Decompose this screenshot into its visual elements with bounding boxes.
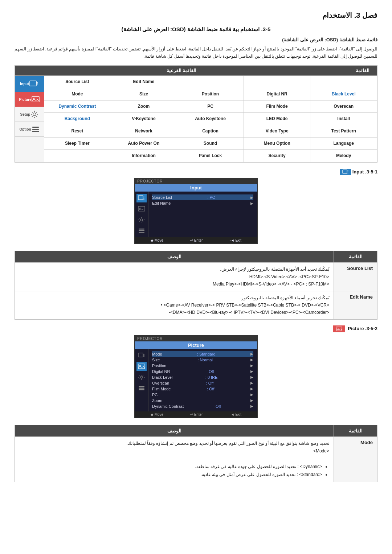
proj-icon-input[interactable] <box>136 194 147 202</box>
grid-cell-language[interactable]: Language <box>310 138 377 150</box>
grid-cell-empty <box>44 150 111 162</box>
svg-rect-0 <box>30 81 36 86</box>
svg-point-20 <box>140 219 143 221</box>
grid-cell-install[interactable]: Install <box>310 113 377 125</box>
svg-rect-23 <box>139 232 144 233</box>
grid-cell[interactable] <box>244 76 311 88</box>
grid-cell-network[interactable]: Network <box>111 125 177 138</box>
svg-rect-10 <box>343 170 347 173</box>
proj-icon-option[interactable] <box>136 226 147 235</box>
picture-desc-table: القائمة الوصف Mode تحديد وضع شاشة يتوافق… <box>15 425 377 482</box>
grid-cell-sound[interactable]: Sound <box>177 138 244 150</box>
desc-title-source-list: Source List <box>334 263 377 291</box>
input-label-text: Input .3-5-1 <box>352 169 377 175</box>
projector-picture-screen: PROJECTOR Picture <box>134 335 258 418</box>
proj-row-edit-name: Edit Name ▶ <box>152 200 253 206</box>
pic-row-position: Position ▶ <box>152 363 253 369</box>
picture-label-row: Picture .3-5-2 <box>15 325 377 332</box>
proj-icon-picture[interactable] <box>136 205 147 213</box>
grid-cell-v-keystone[interactable]: V-Keystone <box>111 113 177 125</box>
svg-rect-26 <box>138 353 143 357</box>
proj-pic-icon-option[interactable] <box>136 384 147 393</box>
grid-cell-position[interactable]: Position <box>177 88 244 100</box>
grid-cell-edit-name[interactable]: Edit Name <box>111 76 177 88</box>
sidebar-item-picture[interactable]: Picture <box>15 92 44 107</box>
grid-cell-test-pattern[interactable]: Test Pattern <box>310 125 377 138</box>
grid-cell-auto-power-on[interactable]: Auto Power On <box>111 138 177 150</box>
sidebar-item-setup[interactable]: Setup <box>15 107 44 122</box>
input-desc-table: القائمة الوصف Source List يُمكّنك تحديد … <box>15 251 377 319</box>
grid-cell-digital-nr[interactable]: Digital NR <box>244 88 311 100</box>
desc-col-menu: القائمة <box>334 251 377 263</box>
grid-cell-security[interactable]: Security <box>244 150 311 162</box>
grid-cell-led-mode[interactable]: LED Mode <box>244 113 311 125</box>
svg-rect-14 <box>138 196 143 200</box>
input-label-row: Input .3-5-1 <box>15 169 377 175</box>
projector-picture-title: Picture <box>135 341 257 349</box>
picture-badge <box>333 325 345 332</box>
pic-row-dynamic-contrast: Dynamic Contrast : Off ▶ <box>152 403 253 409</box>
bullet-dynamic: <Dynamic> : تحديد الصورة للحصول على جودة… <box>19 463 322 471</box>
grid-cell[interactable] <box>310 76 377 88</box>
desc-row-edit-name: Edit Name يُمكّنك تحرير أسماء الأجهزة ال… <box>15 291 377 319</box>
grid-cell[interactable] <box>177 76 244 88</box>
projector-input-title: Input <box>135 184 257 192</box>
picture-label-text: Picture .3-5-2 <box>348 326 377 331</box>
proj-pic-icon-setup[interactable] <box>136 373 147 382</box>
grid-cell-dynamic-contrast[interactable]: Dynamic Contrast <box>44 100 111 113</box>
grid-cell-source-list[interactable]: Source List <box>44 76 111 88</box>
footer-exit: -◄ Exit <box>229 238 241 242</box>
grid-cell-black-level[interactable]: Black Level <box>310 88 377 100</box>
pic-row-size: Size : Normal ▶ <box>152 357 253 363</box>
grid-cell-panel-lock[interactable]: Panel Lock <box>177 150 244 162</box>
grid-cell-background[interactable]: Background <box>44 113 111 125</box>
input-badge <box>340 169 351 175</box>
desc-content-source-list: يُمكّنك تحديد أحد الأجهزة المتصلة بالبرو… <box>15 263 334 291</box>
svg-rect-21 <box>139 229 144 230</box>
desc-content-edit-name: يُمكّنك تحرير أسماء الأجهزة المتصلة بالب… <box>15 291 334 319</box>
grid-cell-menu-option[interactable]: Menu Option <box>244 138 311 150</box>
menu-table: القائمة القائمة الفرعية Edit Name Source… <box>15 65 377 163</box>
projector-icon-list <box>135 192 148 237</box>
grid-cell-pc[interactable]: PC <box>177 100 244 113</box>
osd-heading: قائمة ضبط الشاشة (OSD: العرض على الشاشة) <box>15 37 377 42</box>
pic-desc-row-mode: Mode تحديد وضع شاشة يتوافق مع البيئة أو … <box>15 436 377 482</box>
pic-desc-title-mode: Mode <box>334 436 377 482</box>
grid-cell-melody[interactable]: Melody <box>310 150 377 162</box>
pic-row-overscan: Overscan : Off ▶ <box>152 380 253 386</box>
footer-enter: ↵ Enter <box>190 238 203 242</box>
mode-bullet-list: <Dynamic> : تحديد الصورة للحصول على جودة… <box>19 463 329 479</box>
grid-cell-sleep-timer[interactable]: Sleep Timer <box>44 138 111 150</box>
grid-cell-auto-keystone[interactable]: Auto Keystone <box>177 113 244 125</box>
grid-cell-size[interactable]: Size <box>111 88 177 100</box>
projector-input-screen: PROJECTOR Input <box>134 178 258 244</box>
grid-cell-video-type[interactable]: Video Type <box>244 125 311 138</box>
page-title: فصل 3. الاستخدام <box>15 11 377 20</box>
pic-row-black-level: Black Level : 0 IRE ▶ <box>152 374 253 380</box>
projector-brand: PROJECTOR <box>135 178 257 184</box>
svg-rect-7 <box>32 127 39 128</box>
pic-desc-content-mode: تحديد وضع شاشة يتوافق مع البيئة أو نوع ا… <box>15 436 334 482</box>
grid-cell-film-mode[interactable]: Film Mode <box>244 100 311 113</box>
grid-cell-caption[interactable]: Caption <box>177 125 244 138</box>
grid-cell-mode[interactable]: Mode <box>44 88 111 100</box>
desc-row-source-list: Source List يُمكّنك تحديد أحد الأجهزة ال… <box>15 263 377 291</box>
proj-pic-icon-picture[interactable] <box>136 362 147 371</box>
section-heading: 3-5. استخدام بية قائمة ضبط الشاشة (OSD: … <box>15 26 377 33</box>
grid-cell-zoom[interactable]: Zoom <box>111 100 177 113</box>
proj-row-source-list: Source List : PC ▶ <box>152 194 253 200</box>
proj-pic-icon-input[interactable] <box>136 351 147 360</box>
sidebar-item-input[interactable]: Input <box>15 76 44 92</box>
sidebar-item-option[interactable]: Option <box>15 122 44 137</box>
proj-icon-setup[interactable] <box>136 216 147 224</box>
grid-cell-reset[interactable]: Reset <box>44 125 111 138</box>
projector-picture-icon-list <box>135 349 148 411</box>
grid-cell-information[interactable]: Information <box>111 150 177 162</box>
svg-rect-22 <box>139 230 144 231</box>
footer-exit-pic: -◄ Exit <box>229 413 241 416</box>
desc-title-edit-name: Edit Name <box>334 291 377 319</box>
projector-picture-footer: ◆ Move ↵ Enter -◄ Exit <box>135 411 257 418</box>
footer-enter-pic: ↵ Enter <box>190 413 203 416</box>
grid-cell-overscan[interactable]: Overscan <box>310 100 377 113</box>
projector-input-content: Source List : PC ▶ Edit Name ▶ <box>148 192 257 237</box>
